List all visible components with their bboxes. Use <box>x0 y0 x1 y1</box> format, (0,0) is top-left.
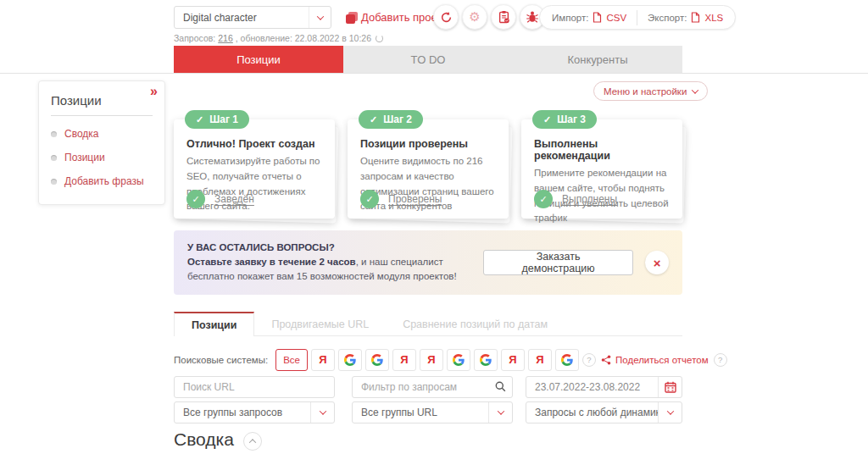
engine-yandex-button[interactable]: Я <box>420 349 443 371</box>
search-url-input[interactable] <box>174 376 335 398</box>
url-groups-select[interactable]: Все группы URL <box>352 401 513 423</box>
yandex-icon: Я <box>427 353 435 366</box>
calendar-button[interactable] <box>658 377 682 397</box>
sidebar-item-add-phrases[interactable]: Добавить фразы <box>51 175 153 187</box>
gear-icon: ⚙ <box>469 11 480 24</box>
tab-todo[interactable]: TO DO <box>343 46 513 73</box>
sidebar-item-summary[interactable]: Сводка <box>51 128 153 140</box>
engine-google-button[interactable] <box>555 349 579 371</box>
export-label: Экспорт: <box>648 13 687 23</box>
yandex-icon: Я <box>536 353 543 366</box>
chevron-down-icon <box>692 86 698 93</box>
tab-divider-line <box>0 73 868 74</box>
engine-google-button[interactable] <box>474 349 498 371</box>
updated-text: , обновление: 22.08.2022 в 10:26 <box>236 33 371 43</box>
refresh-button[interactable] <box>433 4 459 30</box>
engine-yandex-button[interactable]: Я <box>528 349 552 371</box>
yandex-icon: Я <box>509 353 516 366</box>
menu-settings-button[interactable]: Меню и настройки <box>593 81 708 101</box>
check-circle-icon: ✓ <box>360 190 379 208</box>
export-button[interactable]: Экспорт: XLS <box>648 12 723 23</box>
check-circle-icon: ✓ <box>186 190 205 208</box>
copy-icon <box>346 14 355 24</box>
query-filter-input[interactable] <box>352 376 513 398</box>
sidebar-item-positions[interactable]: Позиции <box>51 152 153 163</box>
bullet-icon <box>51 131 57 137</box>
engine-google-button[interactable] <box>365 349 389 371</box>
engine-yandex-button[interactable]: Я <box>392 349 416 371</box>
engine-google-button[interactable] <box>447 349 470 371</box>
collapse-sidebar-icon[interactable]: » <box>150 85 157 98</box>
date-range-field[interactable]: 23.07.2022-23.08.2022 <box>526 376 682 398</box>
close-icon: × <box>654 256 661 270</box>
step-1-status-link[interactable]: Заведён <box>214 193 254 205</box>
bullet-icon <box>51 179 57 185</box>
engine-yandex-button[interactable]: Я <box>501 349 525 371</box>
chevron-down-icon <box>658 402 682 423</box>
summary-section-header: Сводка <box>174 429 262 451</box>
google-icon <box>344 354 356 366</box>
search-engines-row: Поисковые системы: Все ЯЯЯЯЯ ? Поделитьс… <box>174 348 682 371</box>
project-stats: Запросов: 216 , обновление: 22.08.2022 в… <box>174 33 383 43</box>
banner-body: Оставьте заявку в течение 2 часов, и наш… <box>187 255 483 283</box>
chevron-up-icon <box>249 439 256 446</box>
settings-button[interactable]: ⚙ <box>462 4 487 30</box>
sub-tab-bar: Позиции Продвигаемые URL Сравнение позиц… <box>174 312 682 336</box>
engine-yandex-button[interactable]: Я <box>311 349 335 371</box>
search-engines-label: Поисковые системы: <box>174 355 268 365</box>
import-export-pill: Импорт: CSV Экспорт: XLS <box>539 5 736 30</box>
refresh-small-icon[interactable] <box>376 35 383 42</box>
export-format: XLS <box>704 13 723 23</box>
tab-competitors[interactable]: Конкуренты <box>513 46 682 73</box>
subtab-promoted-urls[interactable]: Продвигаемые URL <box>254 312 386 336</box>
step-3-status-link[interactable]: Выполнены <box>562 193 617 205</box>
calendar-icon <box>665 381 676 393</box>
share-report-link[interactable]: Поделиться отчетом <box>601 355 709 365</box>
subtab-compare-by-dates[interactable]: Сравнение позиций по датам <box>386 312 565 336</box>
step-2-status-link[interactable]: Проверены <box>388 193 442 205</box>
banner-title: У ВАС ОСТАЛИСЬ ВОПРОСЫ? <box>187 242 483 252</box>
check-icon: ✓ <box>543 114 551 125</box>
import-format: CSV <box>606 13 626 23</box>
step-3-status: ✓ Выполнены <box>534 190 617 208</box>
chevron-down-icon <box>488 402 512 423</box>
yandex-icon: Я <box>319 353 326 366</box>
help-icon[interactable]: ? <box>714 353 727 367</box>
step-card-1: ✓ Шаг 1 Отлично! Проект создан Системати… <box>174 119 335 219</box>
demo-promo-banner: У ВАС ОСТАЛИСЬ ВОПРОСЫ? Оставьте заявку … <box>174 230 682 295</box>
search-icon <box>495 381 506 392</box>
file-import-icon <box>593 12 602 23</box>
bullet-icon <box>51 155 57 161</box>
project-select[interactable]: Digital character <box>174 6 331 29</box>
summary-heading: Сводка <box>174 429 234 450</box>
step-1-status: ✓ Заведён <box>186 190 254 208</box>
search-url-field-wrap <box>174 376 335 398</box>
subtab-positions[interactable]: Позиции <box>174 312 254 336</box>
share-icon <box>601 355 611 365</box>
order-demo-button[interactable]: Заказать демонстрацию <box>483 250 633 275</box>
clipboard-check-icon <box>498 10 510 24</box>
query-filter-field-wrap <box>352 376 513 398</box>
yandex-icon: Я <box>400 353 408 366</box>
query-groups-select[interactable]: Все группы запросов <box>174 401 335 423</box>
report-check-button[interactable] <box>491 4 516 30</box>
import-button[interactable]: Импорт: CSV <box>552 12 626 23</box>
queries-count-link[interactable]: 216 <box>218 33 233 43</box>
engine-google-button[interactable] <box>338 349 362 371</box>
project-select-value: Digital character <box>175 12 309 24</box>
step-card-2: ✓ Шаг 2 Позиции проверены Оцените видимо… <box>348 119 509 219</box>
collapse-summary-button[interactable] <box>243 432 262 451</box>
add-project-button[interactable]: Добавить проект <box>346 11 448 24</box>
tab-positions[interactable]: Позиции <box>174 46 343 73</box>
onboarding-steps: ✓ Шаг 1 Отлично! Проект создан Системати… <box>174 119 682 219</box>
google-icon <box>453 354 465 366</box>
bug-icon <box>526 10 539 24</box>
sidebar-title: Позиции <box>51 90 153 116</box>
chevron-down-icon <box>310 402 334 423</box>
dynamics-select[interactable]: Запросы с любой динамикой <box>526 401 682 423</box>
all-engines-button[interactable]: Все <box>275 349 308 371</box>
help-icon[interactable]: ? <box>582 353 596 367</box>
close-banner-button[interactable]: × <box>645 251 669 274</box>
sidebar-positions-card: » Позиции Сводка Позиции Добавить фразы <box>38 80 165 205</box>
check-icon: ✓ <box>370 114 377 125</box>
